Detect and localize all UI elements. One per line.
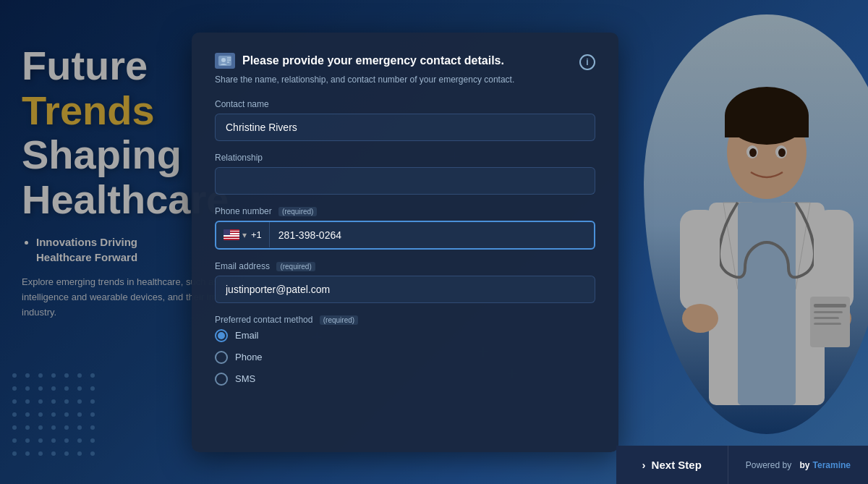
preferred-method-label: Preferred contact method (required): [215, 315, 595, 325]
radio-email-inner: [218, 332, 225, 339]
phone-flag[interactable]: ▾ +1: [216, 222, 270, 247]
relationship-group: Relationship: [215, 153, 595, 195]
relationship-label: Relationship: [215, 153, 595, 163]
radio-phone-label: Phone: [235, 352, 263, 362]
email-group: Email address (required): [215, 261, 595, 303]
radio-email[interactable]: Email: [215, 329, 595, 342]
radio-email-outer: [215, 329, 228, 342]
flag-us-icon: [224, 229, 239, 240]
phone-input-row: ▾ +1: [215, 221, 595, 250]
radio-sms-label: SMS: [235, 373, 255, 384]
brand-powered: by: [800, 460, 810, 470]
next-step-arrow: ›: [642, 459, 646, 471]
bottom-bar: › Next Step Powered by by Teramine: [616, 446, 868, 484]
contact-name-group: Contact name: [215, 99, 595, 141]
preferred-method-required-badge: (required): [320, 315, 358, 325]
phone-group: Phone number (required) ▾ +1: [215, 206, 595, 250]
radio-sms[interactable]: SMS: [215, 373, 595, 386]
flag-dropdown-arrow: ▾: [242, 230, 247, 240]
modal-subtitle: Share the name, relationship, and contac…: [215, 75, 595, 85]
phone-country-code: +1: [250, 229, 262, 240]
powered-by: Powered by by Teramine: [728, 446, 868, 484]
contact-name-label: Contact name: [215, 99, 595, 109]
radio-email-label: Email: [235, 330, 259, 341]
radio-sms-outer: [215, 373, 228, 386]
email-required-badge: (required): [276, 262, 315, 271]
modal-overlay: Please provide your emergency contact de…: [0, 0, 868, 484]
modal: Please provide your emergency contact de…: [192, 33, 618, 452]
modal-header: Please provide your emergency contact de…: [215, 53, 595, 70]
relationship-input[interactable]: [215, 167, 595, 195]
phone-required-badge: (required): [278, 207, 317, 216]
radio-phone[interactable]: Phone: [215, 351, 595, 364]
phone-number-input[interactable]: [270, 222, 594, 248]
preferred-method-group: Preferred contact method (required) Emai…: [215, 315, 595, 386]
next-step-label: Next Step: [652, 459, 702, 471]
powered-by-label: Powered by: [746, 460, 791, 470]
info-icon[interactable]: i: [579, 54, 595, 70]
phone-label: Phone number (required): [215, 206, 595, 216]
contact-name-input[interactable]: [215, 114, 595, 141]
modal-title: Please provide your emergency contact de…: [242, 54, 504, 67]
email-label: Email address (required): [215, 261, 595, 271]
email-input[interactable]: [215, 276, 595, 303]
radio-phone-outer: [215, 351, 228, 364]
next-step-button[interactable]: › Next Step: [616, 446, 728, 484]
modal-title-row: Please provide your emergency contact de…: [215, 53, 504, 69]
brand-name: Teramine: [813, 460, 851, 470]
svg-point-70: [221, 58, 226, 62]
radio-group: Email Phone SMS: [215, 329, 595, 386]
contact-card-icon: [215, 53, 235, 69]
